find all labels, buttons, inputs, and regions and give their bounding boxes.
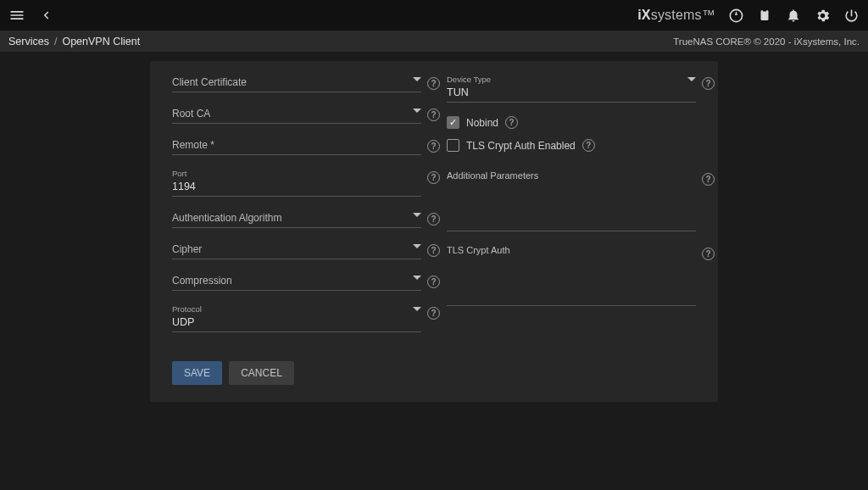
auth-algorithm-label: Authentication Algorithm [172, 210, 421, 226]
chevron-down-icon[interactable] [413, 109, 421, 113]
breadcrumb-current: OpenVPN Client [62, 36, 140, 47]
back-icon[interactable] [37, 7, 54, 24]
breadcrumb-parent[interactable]: Services [8, 36, 49, 47]
breadcrumb-bar: Services / OpenVPN Client TrueNAS CORE® … [0, 31, 868, 53]
cipher-label: Cipher [172, 242, 421, 257]
help-icon[interactable]: ? [702, 248, 715, 260]
port-field[interactable]: Port 1194 ? [172, 169, 421, 197]
help-icon[interactable]: ? [427, 213, 440, 226]
chevron-down-icon[interactable] [687, 77, 696, 81]
chevron-down-icon[interactable] [413, 77, 421, 81]
logo-prefix: iX [637, 8, 651, 22]
help-icon[interactable]: ? [702, 77, 715, 90]
topbar: iXsystems™ [0, 0, 868, 31]
device-type-field[interactable]: Device Type TUN ? [447, 75, 696, 103]
help-icon[interactable]: ? [582, 139, 595, 152]
client-certificate-field[interactable]: Client Certificate ? [172, 75, 421, 92]
chevron-down-icon[interactable] [413, 244, 421, 248]
nobind-checkbox[interactable] [447, 116, 459, 129]
button-row: SAVE CANCEL [150, 346, 718, 385]
cancel-button[interactable]: CANCEL [229, 361, 294, 385]
port-label: Port [172, 169, 421, 178]
tls-crypt-auth-enabled-label: TLS Crypt Auth Enabled [466, 140, 576, 152]
cipher-field[interactable]: Cipher ? [172, 242, 421, 259]
logo-suffix: systems [651, 8, 702, 22]
additional-parameters-field[interactable]: Additional Parameters ? [447, 170, 696, 231]
additional-parameters-label: Additional Parameters [447, 170, 696, 181]
chevron-down-icon[interactable] [413, 213, 421, 217]
status-icon[interactable] [727, 7, 744, 24]
device-type-value: TUN [447, 85, 696, 100]
device-type-label: Device Type [447, 75, 696, 84]
tls-crypt-auth-label: TLS Crypt Auth [447, 245, 696, 255]
tls-crypt-auth-enabled-checkbox[interactable] [447, 139, 459, 152]
protocol-label: Protocol [172, 304, 421, 314]
auth-algorithm-field[interactable]: Authentication Algorithm ? [172, 210, 421, 228]
breadcrumb-sep: / [54, 36, 57, 47]
help-icon[interactable]: ? [427, 171, 440, 184]
tls-crypt-auth-enabled-row: TLS Crypt Auth Enabled ? [447, 139, 696, 152]
menu-icon[interactable] [8, 7, 25, 24]
nobind-label: Nobind [466, 117, 498, 129]
help-icon[interactable]: ? [505, 116, 518, 129]
help-icon[interactable]: ? [427, 140, 440, 153]
save-button[interactable]: SAVE [172, 361, 222, 385]
root-ca-label: Root CA [172, 106, 421, 121]
compression-field[interactable]: Compression ? [172, 273, 421, 291]
svg-rect-2 [763, 9, 767, 12]
bell-icon[interactable] [785, 7, 802, 24]
gear-icon[interactable] [814, 7, 831, 24]
chevron-down-icon[interactable] [413, 307, 421, 311]
remote-label: Remote * [172, 137, 421, 153]
remote-field[interactable]: Remote * ? [172, 137, 421, 155]
help-icon[interactable]: ? [427, 109, 440, 121]
help-icon[interactable]: ? [427, 77, 440, 90]
clipboard-icon[interactable] [756, 7, 773, 24]
nobind-row: Nobind ? [447, 116, 696, 129]
tls-crypt-auth-field[interactable]: TLS Crypt Auth ? [447, 245, 696, 306]
help-icon[interactable]: ? [427, 307, 440, 320]
protocol-value: UDP [172, 315, 421, 330]
openvpn-client-panel: Client Certificate ? Root CA ? Remot [150, 61, 718, 402]
svg-rect-1 [761, 10, 769, 20]
help-icon[interactable]: ? [427, 244, 440, 257]
port-value: 1194 [172, 179, 421, 194]
copyright-text: TrueNAS CORE® © 2020 - iXsystems, Inc. [673, 36, 860, 47]
compression-label: Compression [172, 273, 421, 288]
help-icon[interactable]: ? [427, 276, 440, 288]
chevron-down-icon[interactable] [413, 276, 421, 280]
root-ca-field[interactable]: Root CA ? [172, 106, 421, 124]
ixsystems-logo: iXsystems™ [637, 7, 715, 24]
client-certificate-label: Client Certificate [172, 75, 421, 90]
protocol-field[interactable]: Protocol UDP ? [172, 304, 421, 332]
help-icon[interactable]: ? [702, 173, 715, 186]
power-icon[interactable] [843, 7, 860, 24]
